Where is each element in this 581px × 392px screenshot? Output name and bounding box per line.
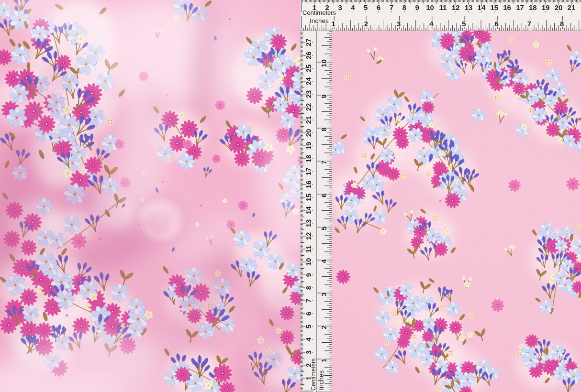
svg-text:3: 3 — [320, 292, 328, 296]
svg-text:1: 1 — [320, 358, 328, 362]
svg-text:11: 11 — [304, 245, 313, 253]
svg-text:3: 3 — [304, 350, 313, 354]
svg-text:12: 12 — [304, 232, 313, 240]
svg-text:8: 8 — [560, 20, 564, 28]
svg-text:21: 21 — [568, 3, 576, 11]
svg-text:17: 17 — [516, 3, 524, 11]
svg-text:Centimeters: Centimeters — [310, 359, 317, 391]
svg-text:26: 26 — [304, 52, 313, 60]
svg-text:24: 24 — [304, 77, 313, 85]
svg-text:Inches: Inches — [310, 17, 329, 24]
svg-text:2: 2 — [364, 20, 368, 28]
svg-text:5: 5 — [462, 20, 466, 28]
svg-text:19: 19 — [304, 142, 313, 150]
svg-text:4: 4 — [320, 259, 328, 263]
svg-text:3: 3 — [397, 20, 401, 28]
svg-text:5: 5 — [304, 325, 313, 328]
svg-text:25: 25 — [304, 65, 313, 73]
svg-text:17: 17 — [304, 168, 313, 176]
svg-text:2: 2 — [320, 325, 328, 329]
svg-text:6: 6 — [377, 3, 380, 11]
svg-text:21: 21 — [304, 116, 313, 124]
svg-text:4: 4 — [304, 337, 313, 341]
svg-text:10: 10 — [320, 59, 328, 67]
svg-text:27: 27 — [304, 39, 313, 47]
svg-text:15: 15 — [304, 194, 313, 202]
svg-text:16: 16 — [503, 3, 511, 11]
svg-text:23: 23 — [304, 90, 313, 98]
svg-text:11: 11 — [439, 3, 447, 11]
svg-text:5: 5 — [320, 226, 328, 230]
svg-text:20: 20 — [555, 3, 563, 11]
svg-text:22: 22 — [304, 103, 313, 111]
svg-text:8: 8 — [320, 127, 328, 131]
svg-text:1: 1 — [332, 20, 335, 28]
svg-text:13: 13 — [304, 219, 313, 228]
svg-text:4: 4 — [429, 20, 434, 28]
svg-text:12: 12 — [452, 3, 460, 11]
svg-text:10: 10 — [304, 258, 313, 266]
svg-text:13: 13 — [465, 3, 473, 11]
svg-text:18: 18 — [529, 3, 537, 11]
svg-text:7: 7 — [527, 20, 531, 28]
svg-text:6: 6 — [304, 312, 313, 316]
svg-text:7: 7 — [320, 160, 328, 164]
svg-text:9: 9 — [320, 94, 328, 98]
svg-text:10: 10 — [426, 3, 434, 11]
svg-text:16: 16 — [304, 181, 313, 189]
svg-text:5: 5 — [364, 3, 368, 11]
svg-text:15: 15 — [490, 3, 498, 11]
svg-text:4: 4 — [351, 3, 355, 11]
svg-text:9: 9 — [415, 3, 419, 11]
svg-text:14: 14 — [478, 3, 486, 11]
svg-text:Inches: Inches — [317, 370, 325, 390]
svg-text:14: 14 — [304, 206, 313, 214]
svg-text:6: 6 — [320, 193, 328, 197]
svg-text:Centimeters: Centimeters — [302, 9, 336, 16]
svg-text:3: 3 — [338, 3, 342, 11]
svg-text:20: 20 — [304, 129, 313, 137]
svg-text:9: 9 — [304, 273, 313, 277]
svg-text:18: 18 — [304, 155, 313, 163]
svg-text:19: 19 — [542, 3, 550, 11]
svg-text:8: 8 — [304, 286, 313, 290]
svg-text:7: 7 — [390, 3, 393, 11]
svg-text:8: 8 — [402, 3, 406, 11]
svg-text:6: 6 — [495, 20, 499, 28]
svg-text:7: 7 — [304, 299, 313, 303]
